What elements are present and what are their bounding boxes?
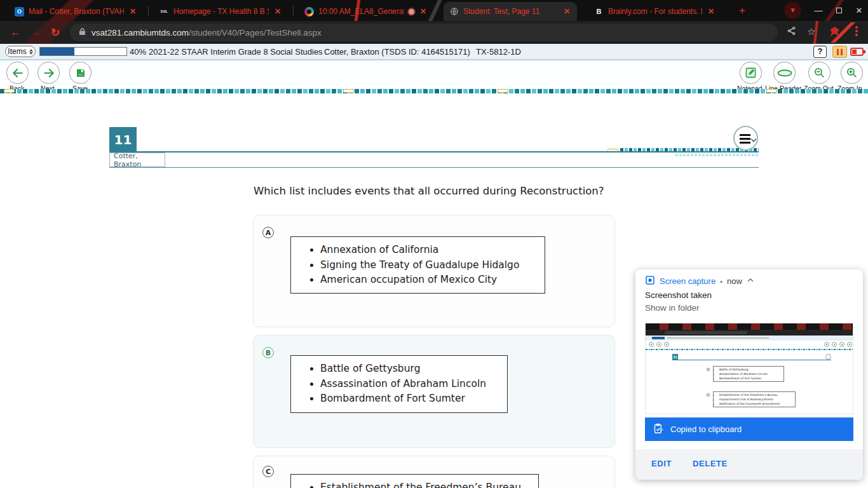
thumb-item: Ratification of the Fourteenth Amendment: [719, 402, 795, 406]
window-close-button[interactable]: ✕: [853, 6, 865, 15]
window-restore-button[interactable]: [832, 6, 845, 15]
screenshot-thumbnail[interactable]: 11 Battle of Gettysburg Assassination of…: [645, 323, 853, 414]
edit-button[interactable]: EDIT: [651, 459, 672, 468]
chevron-down-icon: [751, 137, 756, 142]
back-nav-icon[interactable]: ←: [10, 26, 21, 39]
tab-title: Homepage - TX Health 8 B Se: [173, 7, 269, 16]
answer-option-b[interactable]: B Battle of Gettysburg Assassination of …: [253, 335, 615, 448]
question-header-rule: [109, 151, 759, 152]
option-letter-b[interactable]: B: [262, 347, 274, 358]
line-reader-button[interactable]: [773, 62, 796, 84]
close-tab-icon[interactable]: ✕: [562, 7, 571, 16]
decorative-yellow-dash: [4, 89, 15, 93]
thumb-item: Battle of Gettysburg: [719, 367, 783, 372]
browser-tab-bar: O Mail - Cotter, Braxton (TVAH S ✕ D2L H…: [0, 0, 868, 21]
clipboard-check-icon: [654, 423, 663, 436]
window-minimize-button[interactable]: —: [812, 6, 825, 15]
question-dash-decoration-faint: [675, 154, 759, 156]
notification-dot: •: [720, 278, 722, 285]
notepad-button[interactable]: [740, 62, 762, 84]
next-button[interactable]: [37, 62, 60, 84]
decorative-yellow-dash: [343, 89, 354, 93]
save-button[interactable]: [69, 62, 92, 84]
notification-header: Screen capture • now: [645, 275, 754, 287]
test-header: Items 40% 2021-22 STAAR Interim Grade 8 …: [0, 44, 868, 60]
banner-text: Copied to clipboard: [670, 424, 742, 434]
answer-option-a[interactable]: A Annexation of California Signing the T…: [253, 215, 615, 327]
hamburger-icon: [740, 134, 750, 136]
close-tab-icon[interactable]: ✕: [707, 7, 715, 16]
copied-to-clipboard-banner: Copied to clipboard: [645, 417, 853, 441]
thumb-item: Assassination of Abraham Lincoln: [719, 372, 783, 376]
answer-option-c[interactable]: C Establishment of the Freedmen’s Bureau: [253, 456, 615, 488]
screen-capture-notification[interactable]: Screen capture • now Screenshot taken Sh…: [635, 269, 863, 480]
forward-nav-icon[interactable]: →: [31, 26, 41, 39]
zoom-in-button[interactable]: [841, 62, 863, 84]
thumb-option-c-box: Establishment of the Freedmen's Bureau I…: [713, 391, 796, 407]
address-bar[interactable]: vsat281.cambiumtds.com/student/V40/Pages…: [70, 24, 778, 41]
notification-footer: EDIT DELETE: [635, 449, 863, 480]
option-item: Annexation of California: [320, 243, 545, 258]
chevron-up-icon[interactable]: [747, 276, 754, 286]
tab-homepage[interactable]: D2L Homepage - TX Health 8 B Se ✕: [154, 2, 288, 21]
tab-recording-icon: [409, 9, 414, 15]
new-tab-button[interactable]: +: [736, 4, 749, 17]
thumb-menu-circle: [825, 354, 831, 360]
decorative-yellow-dash: [766, 89, 777, 93]
battery-icon: [850, 48, 864, 56]
screen: O Mail - Cotter, Braxton (TVAH S ✕ D2L H…: [0, 0, 868, 488]
option-letter-c[interactable]: C: [262, 466, 274, 477]
thumb-question-number: 11: [672, 354, 678, 360]
tab-search-chevron-icon[interactable]: ▾: [784, 2, 801, 19]
test-title: 2021-22 STAAR Interim Grade 8 Social Stu…: [149, 47, 323, 57]
session-id: TX-5812-1D: [476, 47, 521, 57]
tab-title: Mail - Cotter, Braxton (TVAH S: [29, 7, 124, 16]
reload-icon[interactable]: ↻: [51, 26, 60, 39]
option-item: Bombardment of Fort Sumter: [320, 391, 507, 407]
tab-mail[interactable]: O Mail - Cotter, Braxton (TVAH S ✕: [9, 2, 144, 21]
globe-icon: [449, 7, 459, 17]
show-in-folder-link[interactable]: Show in folder: [645, 303, 700, 313]
browser-menu-icon[interactable]: [855, 26, 858, 29]
delete-button[interactable]: DELETE: [693, 459, 728, 468]
share-icon[interactable]: [787, 26, 796, 37]
tab-meeting[interactable]: 10:00 AM_ELA8_General S ✕: [299, 2, 433, 21]
thumb-item: Establishment of the Freedmen's Bureau: [719, 393, 795, 397]
question-context-menu-button[interactable]: [733, 126, 758, 151]
back-button[interactable]: [6, 62, 29, 84]
thumb-question-rule: [672, 360, 831, 360]
tab-title: Brainly.com - For students. By: [608, 7, 702, 16]
notification-source: Screen capture: [660, 276, 715, 286]
items-label: Items: [8, 47, 26, 56]
option-item: Assassination of Abraham Lincoln: [320, 377, 507, 392]
url-domain: vsat281.cambiumtds.com: [92, 28, 189, 37]
option-letter-a[interactable]: A: [262, 227, 274, 238]
option-item: American occupation of Mexico City: [320, 273, 545, 288]
tab-brainly[interactable]: B Brainly.com - For students. By ✕: [588, 2, 721, 21]
option-a-list-box: Annexation of California Signing the Tre…: [290, 236, 545, 294]
items-dropdown[interactable]: Items: [5, 46, 36, 57]
zoom-out-button[interactable]: [808, 62, 831, 84]
url-path: /student/V40/Pages/TestShell.aspx: [189, 28, 322, 37]
bookmark-star-icon[interactable]: ☆: [807, 26, 815, 37]
question-header-rule-2: [109, 167, 759, 168]
help-button[interactable]: ?: [813, 46, 827, 58]
tab-student-test[interactable]: Student: Test, Page 11 ✕: [444, 2, 577, 21]
theme-streak: [826, 22, 864, 43]
question-student-name: Cotter, Braxton: [109, 152, 165, 167]
student-identity: Cotter, Braxton (TSDS ID: 4164515171): [324, 47, 470, 57]
notification-title: Screenshot taken: [645, 290, 712, 300]
tab-title: 10:00 AM_ELA8_General S: [318, 7, 404, 16]
thumb-item: Impeachment trial of Andrew Johnson: [719, 397, 795, 402]
close-tab-icon[interactable]: ✕: [273, 7, 282, 16]
close-tab-icon[interactable]: ✕: [128, 7, 137, 16]
close-tab-icon[interactable]: ✕: [419, 7, 428, 16]
thumb-dash-strip: [646, 349, 853, 350]
thumb-header-text: [667, 337, 769, 339]
thumb-tab-bar: [646, 323, 853, 330]
thumb-option-b-box: Battle of Gettysburg Assassination of Ab…: [713, 366, 784, 382]
pause-button[interactable]: [832, 46, 847, 58]
question-prompt: Which list includes events that all occu…: [254, 185, 635, 197]
screen-capture-icon: [645, 275, 655, 287]
decorative-yellow-dash: [498, 89, 508, 93]
